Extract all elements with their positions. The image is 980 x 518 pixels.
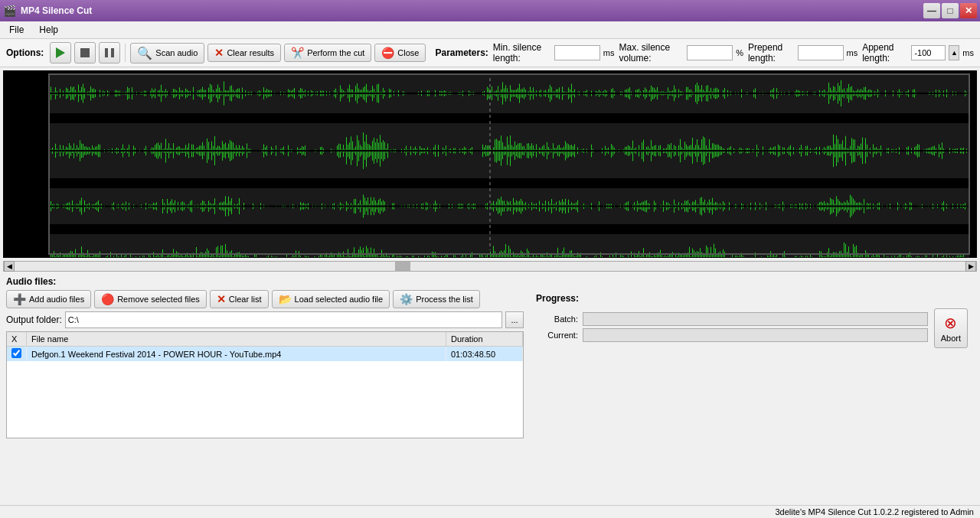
scan-audio-button[interactable]: 🔍 Scan audio — [130, 43, 204, 64]
scan-label: Scan audio — [155, 48, 198, 57]
row-filename: Defgon.1 Weekend Festival 2014 - POWER H… — [27, 347, 446, 362]
file-table: X File name Duration Defgon.1 Weekend Fe… — [7, 332, 523, 361]
remove-files-button[interactable]: 🔴 Remove selected files — [94, 290, 207, 308]
stop-icon — [80, 48, 90, 57]
col-header-check: X — [7, 332, 27, 347]
load-icon: 📂 — [279, 293, 292, 305]
audio-toolbar: ➕ Add audio files 🔴 Remove selected file… — [6, 290, 524, 308]
options-label: Options: — [6, 47, 44, 58]
append-input[interactable] — [911, 45, 946, 60]
clear-results-icon: ✕ — [214, 47, 224, 59]
batch-label: Batch: — [536, 314, 578, 324]
max-volume-unit: % — [736, 48, 743, 57]
process-label: Process the list — [416, 295, 473, 304]
add-audio-button[interactable]: ➕ Add audio files — [6, 290, 91, 308]
process-icon: ⚙️ — [400, 293, 413, 305]
load-label: Load selected audio file — [295, 295, 384, 304]
titlebar: 🎬 MP4 Silence Cut — □ ✕ — [0, 0, 980, 21]
add-label: Add audio files — [29, 295, 84, 304]
current-label: Current: — [536, 331, 578, 340]
play-icon — [56, 47, 65, 58]
clear-list-button[interactable]: ✕ Clear list — [210, 290, 269, 308]
cut-label: Perform the cut — [307, 48, 364, 57]
prepend-label: Prepend length: — [748, 42, 795, 64]
row-duration: 01:03:48.50 — [446, 347, 523, 362]
append-unit: ms — [962, 48, 974, 57]
col-header-filename: File name — [27, 332, 446, 347]
current-progress-row: Current: — [536, 328, 928, 342]
stop-button[interactable] — [74, 42, 96, 64]
col-header-duration: Duration — [446, 332, 523, 347]
abort-button[interactable]: ⊗ Abort — [934, 308, 968, 348]
abort-label: Abort — [941, 334, 961, 343]
current-progress-bar — [583, 328, 928, 342]
prepend-input[interactable] — [798, 45, 844, 60]
output-folder-row: Output folder: ... — [6, 311, 524, 328]
max-volume-input[interactable] — [687, 45, 733, 60]
audio-files-label: Audio files: — [6, 276, 56, 287]
parameters-section: Parameters: Min. silence length: ms Max.… — [435, 42, 974, 64]
params-label: Parameters: — [435, 47, 488, 58]
progress-section: Progress: Batch: Current: — [530, 290, 974, 438]
remove-label: Remove selected files — [117, 295, 200, 304]
output-folder-input[interactable] — [65, 311, 502, 328]
waveform-display — [3, 70, 977, 258]
cut-icon: ✂️ — [291, 47, 304, 59]
batch-progress-row: Batch: — [536, 312, 928, 326]
audio-files-section: Audio files: ➕ Add audio files 🔴 Remove … — [0, 273, 980, 441]
process-list-button[interactable]: ⚙️ Process the list — [393, 290, 480, 308]
window-title: MP4 Silence Cut — [21, 5, 92, 16]
minimize-button[interactable]: — — [923, 3, 940, 18]
perform-cut-button[interactable]: ✂️ Perform the cut — [284, 44, 371, 62]
browse-button[interactable]: ... — [505, 311, 524, 328]
file-table-body: Defgon.1 Weekend Festival 2014 - POWER H… — [7, 347, 523, 362]
scan-icon: 🔍 — [137, 46, 152, 60]
pause-icon — [105, 48, 114, 57]
remove-icon: 🔴 — [101, 293, 114, 305]
file-list[interactable]: X File name Duration Defgon.1 Weekend Fe… — [6, 331, 524, 438]
waveform-canvas — [3, 70, 977, 258]
statusbar: 3delite's MP4 Silence Cut 1.0.2.2 regist… — [0, 505, 980, 518]
progress-bars: Batch: Current: — [536, 312, 928, 344]
table-row[interactable]: Defgon.1 Weekend Festival 2014 - POWER H… — [7, 347, 523, 362]
maximize-button[interactable]: □ — [942, 3, 959, 18]
menubar: File Help — [0, 21, 980, 39]
progress-label: Progress: — [536, 293, 968, 304]
row-checkbox[interactable] — [11, 348, 21, 358]
add-icon: ➕ — [13, 293, 26, 305]
waveform-scrollbar[interactable]: ◀ ▶ — [3, 261, 977, 272]
clear-list-label: Clear list — [229, 295, 262, 304]
scroll-right-arrow[interactable]: ▶ — [965, 261, 976, 272]
scroll-left-arrow[interactable]: ◀ — [4, 261, 15, 272]
min-silence-label: Min. silence length: — [493, 42, 551, 64]
separator-1 — [125, 44, 126, 62]
menu-file[interactable]: File — [6, 23, 27, 37]
close-icon: ⛔ — [381, 47, 394, 59]
scroll-track[interactable] — [15, 262, 965, 271]
status-text: 3delite's MP4 Silence Cut 1.0.2.2 regist… — [775, 507, 974, 516]
load-audio-button[interactable]: 📂 Load selected audio file — [272, 290, 390, 308]
min-silence-unit: ms — [603, 48, 615, 57]
close-button[interactable]: ⛔ Close — [374, 44, 426, 62]
abort-icon: ⊗ — [944, 314, 957, 332]
clear-results-button[interactable]: ✕ Clear results — [207, 44, 281, 62]
close-label: Close — [397, 48, 419, 57]
min-silence-input[interactable] — [554, 45, 600, 60]
app-icon: 🎬 — [3, 5, 16, 17]
menu-help[interactable]: Help — [36, 23, 61, 37]
clear-list-icon: ✕ — [217, 293, 226, 305]
close-window-button[interactable]: ✕ — [960, 3, 977, 18]
window-controls: — □ ✕ — [923, 3, 977, 18]
append-label: Append length: — [862, 42, 908, 64]
append-spin-up[interactable]: ▲ — [949, 45, 959, 60]
play-button[interactable] — [50, 42, 71, 64]
row-check[interactable] — [7, 347, 27, 362]
max-volume-label: Max. silence volume: — [619, 42, 684, 64]
batch-progress-bar — [583, 312, 928, 326]
toolbar-row: Options: 🔍 Scan audio ✕ Clear results ✂️ — [0, 39, 980, 67]
clear-results-label: Clear results — [227, 48, 274, 57]
output-folder-label: Output folder: — [6, 314, 62, 325]
pause-button[interactable] — [99, 42, 120, 64]
prepend-unit: ms — [847, 48, 858, 57]
scroll-thumb[interactable] — [395, 262, 410, 271]
